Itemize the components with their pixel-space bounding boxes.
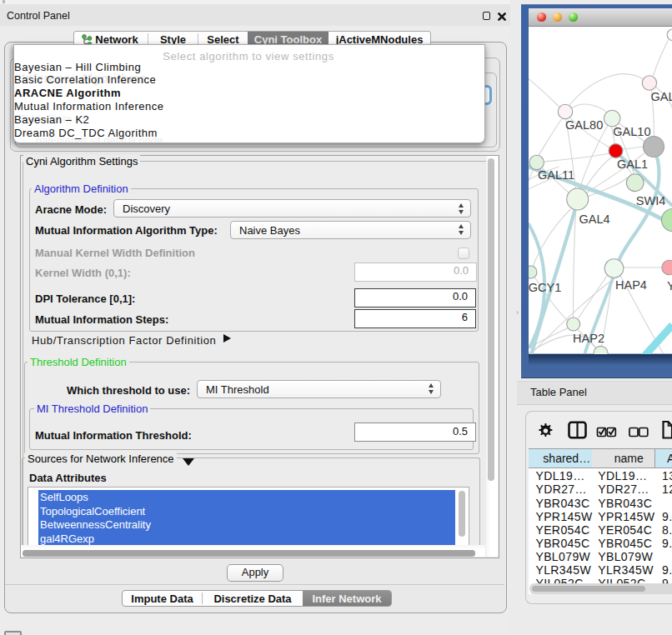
svg-text:GCY1: GCY1 bbox=[529, 281, 561, 294]
svg-text:GAL10: GAL10 bbox=[613, 125, 650, 138]
svg-text:HAP4: HAP4 bbox=[615, 278, 647, 292]
svg-text:SWI4: SWI4 bbox=[635, 194, 664, 208]
svg-text:GAL4: GAL4 bbox=[579, 212, 609, 226]
svg-text:HAP2: HAP2 bbox=[573, 332, 604, 345]
svg-text:Y: Y bbox=[667, 279, 672, 292]
svg-text:GAL1: GAL1 bbox=[617, 158, 648, 171]
svg-text:GAL11: GAL11 bbox=[538, 168, 574, 182]
svg-text:GAL2: GAL2 bbox=[650, 90, 672, 103]
svg-text:GAL80: GAL80 bbox=[565, 118, 603, 132]
